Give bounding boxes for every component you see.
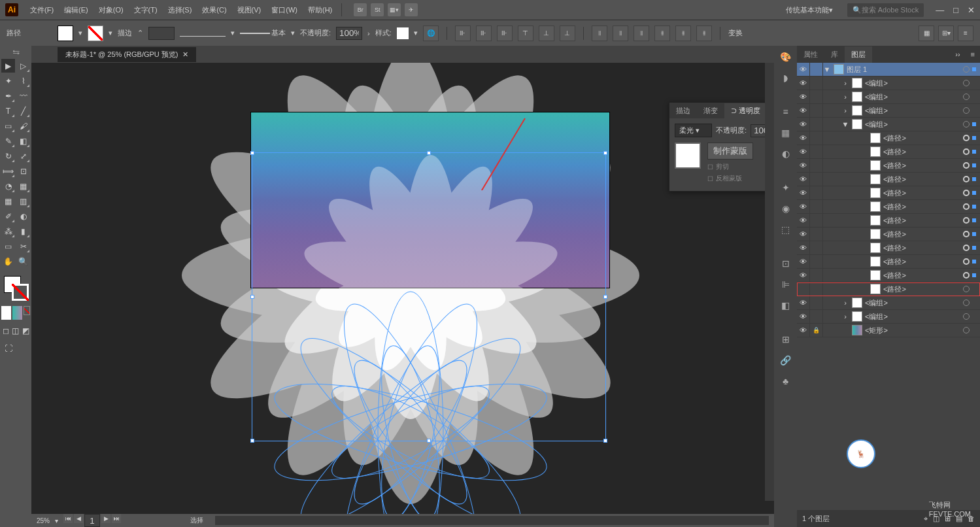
symbol-sprayer-tool[interactable]: ⁂ [1, 224, 15, 238]
visibility-icon[interactable]: 👁 [797, 310, 810, 323]
panel-tab-layers[interactable]: 图层 [845, 46, 872, 63]
layer-row[interactable]: 👁<路径> [797, 173, 980, 186]
layer-row[interactable]: 👁<路径> [797, 131, 980, 145]
target-icon[interactable] [963, 272, 970, 279]
layer-name[interactable]: <编组> [865, 78, 960, 88]
panel-menu-icon[interactable]: ≡ [966, 50, 980, 58]
pathfinder-icon[interactable]: ◧ [777, 297, 794, 314]
menu-file[interactable]: 文件(F) [26, 4, 58, 16]
chevron-down-icon[interactable]: ▾ [414, 29, 418, 37]
color-mode-none[interactable] [24, 306, 30, 315]
layer-thumbnail[interactable] [870, 201, 881, 212]
visibility-icon[interactable]: 👁 [797, 131, 810, 144]
layer-name[interactable]: <路径> [883, 175, 960, 184]
swatches-icon[interactable]: ▦ [777, 124, 794, 141]
target-icon[interactable] [963, 80, 970, 86]
scale-tool[interactable]: ⤢ [16, 149, 30, 163]
invert-mask-checkbox[interactable]: ☐ 反相蒙版 [707, 174, 774, 183]
hand-tool[interactable]: ✋ [1, 254, 15, 268]
target-icon[interactable] [963, 245, 970, 251]
align-icon[interactable]: ⊫ [777, 276, 794, 293]
layer-row-root[interactable]: 👁 ▼ 图层 1 [797, 63, 980, 76]
target-icon[interactable] [963, 107, 970, 114]
color-panel-icon[interactable]: 🎨 [777, 48, 794, 65]
visibility-icon[interactable]: 👁 [797, 145, 810, 158]
next-artboard-icon[interactable]: ▶ [101, 514, 110, 523]
selection-bounding-box[interactable] [252, 152, 606, 441]
menu-edit[interactable]: 编辑(E) [60, 4, 92, 16]
menu-object[interactable]: 对象(O) [95, 4, 127, 16]
visibility-icon[interactable]: 👁 [797, 90, 810, 103]
color-guide-icon[interactable]: ◗ [777, 69, 794, 86]
align-hcenter-icon[interactable]: ⊪ [476, 26, 492, 41]
align-right-icon[interactable]: ⊪ [497, 26, 513, 41]
chevron-down-icon[interactable]: ▾ [78, 29, 82, 37]
document-tab[interactable]: 未标题-1* @ 25% (RGB/GPU 预览) ✕ [58, 47, 196, 62]
lock-column[interactable] [810, 214, 823, 227]
disclosure-arrow[interactable]: ▼ [841, 120, 849, 128]
disclosure-arrow[interactable]: › [841, 299, 849, 307]
shape-builder-tool[interactable]: ◔ [1, 179, 15, 193]
distribute-v1-icon[interactable]: ⫵ [654, 26, 670, 41]
layer-name[interactable]: <路径> [883, 147, 960, 157]
curvature-tool[interactable]: 〰 [16, 89, 30, 103]
layer-thumbnail[interactable] [870, 215, 881, 226]
lock-column[interactable] [810, 159, 823, 172]
lock-column[interactable] [810, 145, 823, 158]
layer-name[interactable]: <路径> [883, 202, 960, 212]
distribute-h1-icon[interactable]: ⫴ [592, 26, 607, 41]
visibility-icon[interactable]: 👁 [797, 118, 810, 131]
rectangle-tool[interactable]: ▭ [1, 119, 15, 133]
minimize-icon[interactable]: — [936, 5, 944, 15]
gpu-icon[interactable]: ✈ [405, 3, 418, 16]
layer-row[interactable]: <路径> [797, 282, 980, 296]
layer-row[interactable]: 👁›<编组> [797, 310, 980, 324]
menu-effect[interactable]: 效果(C) [198, 4, 230, 16]
panel-collapse-icon[interactable]: ›› [950, 50, 965, 58]
layer-thumbnail[interactable] [870, 229, 881, 239]
layer-name[interactable]: 图层 1 [847, 65, 960, 75]
layer-name[interactable]: <路径> [883, 161, 960, 171]
resize-handle[interactable] [250, 295, 254, 299]
lock-column[interactable] [810, 269, 823, 282]
free-transform-tool[interactable]: ⊡ [16, 164, 30, 178]
visibility-icon[interactable]: 👁 [797, 173, 810, 186]
target-icon[interactable] [963, 286, 970, 292]
target-icon[interactable] [963, 94, 970, 100]
visibility-icon[interactable]: 👁 [797, 324, 810, 337]
visibility-icon[interactable]: 👁 [797, 255, 810, 268]
arrange-icon[interactable]: ▦▾ [388, 3, 401, 16]
target-icon[interactable] [963, 203, 970, 210]
target-icon[interactable] [963, 162, 970, 169]
rotate-tool[interactable]: ↻ [1, 149, 15, 163]
lock-column[interactable] [810, 118, 823, 131]
disclosure-arrow[interactable]: › [841, 107, 849, 114]
color-mode-gradient[interactable] [12, 306, 22, 320]
type-tool[interactable]: T [1, 104, 15, 118]
layer-row[interactable]: 👁<路径> [797, 200, 980, 214]
target-icon[interactable] [963, 190, 970, 196]
layer-row[interactable]: 👁›<编组> [797, 296, 980, 310]
layer-thumbnail[interactable] [870, 174, 881, 184]
layer-row[interactable]: 👁›<编组> [797, 90, 980, 104]
gradient-icon[interactable]: ◐ [777, 145, 794, 162]
layer-thumbnail[interactable] [852, 311, 862, 322]
isolate-icon[interactable]: ▦ [919, 26, 934, 41]
lock-column[interactable] [810, 200, 823, 213]
layer-name[interactable]: <路径> [883, 284, 960, 294]
vertical-scrollbar[interactable] [765, 63, 774, 501]
zoom-level[interactable]: 25% [37, 517, 50, 524]
align-vcenter-icon[interactable]: ⊥ [539, 26, 554, 41]
graphic-styles-icon[interactable]: ⬚ [777, 221, 794, 238]
selection-tool[interactable]: ▶ [1, 59, 15, 73]
visibility-icon[interactable]: 👁 [797, 296, 810, 309]
visibility-icon[interactable]: 👁 [797, 159, 810, 172]
visibility-icon[interactable]: 👁 [797, 63, 810, 76]
gradient-tool[interactable]: ▥ [16, 194, 30, 208]
mesh-tool[interactable]: ▦ [1, 194, 15, 208]
layer-thumbnail[interactable] [852, 298, 862, 308]
chevron-down-icon[interactable]: ▾ [109, 29, 112, 37]
brushes-icon[interactable]: ✦ [777, 179, 794, 196]
direct-selection-tool[interactable]: ▷ [16, 59, 30, 73]
target-icon[interactable] [963, 299, 970, 306]
